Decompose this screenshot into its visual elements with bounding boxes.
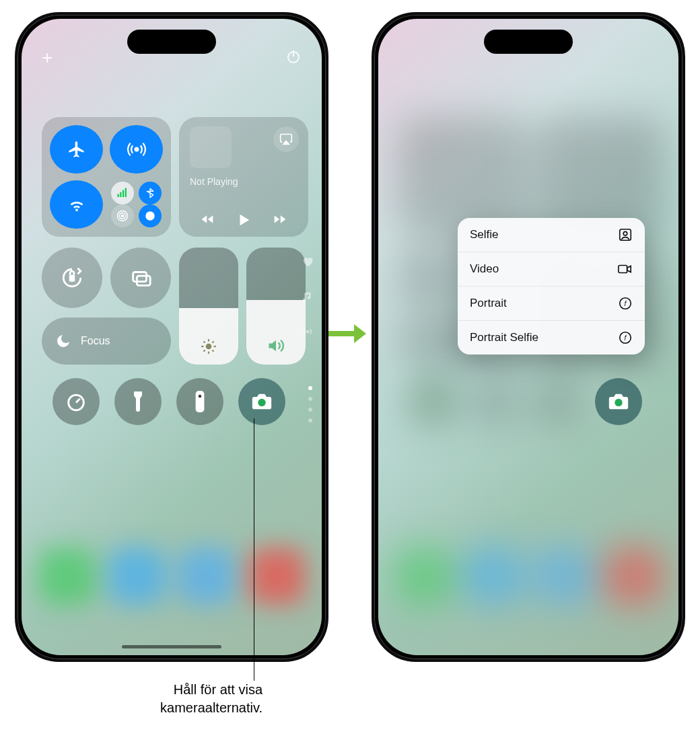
cellular-icon — [116, 187, 129, 199]
rotation-lock-button[interactable] — [42, 248, 102, 308]
svg-rect-6 — [125, 188, 127, 198]
side-button-vol-up — [15, 136, 18, 176]
airdrop-icon — [127, 140, 146, 159]
bluetooth-icon — [145, 188, 155, 198]
wifi-button[interactable] — [50, 180, 103, 229]
phone-frame-left: + — [15, 12, 328, 662]
menu-item-portrait[interactable]: Portrait f — [458, 287, 645, 321]
menu-item-label: Portrait Selfie — [470, 331, 538, 344]
svg-point-39 — [623, 231, 627, 235]
svg-rect-38 — [620, 229, 631, 241]
hotspot-button[interactable] — [111, 204, 134, 227]
airplay-icon — [279, 133, 293, 146]
svg-point-2 — [135, 148, 138, 151]
side-button-power — [682, 163, 685, 230]
play-button[interactable] — [236, 213, 251, 227]
speaker-icon — [267, 336, 285, 355]
power-icon[interactable] — [285, 48, 302, 65]
media-title: Not Playing — [190, 176, 298, 187]
svg-marker-16 — [281, 215, 286, 223]
svg-marker-11 — [283, 141, 289, 145]
svg-text:f: f — [625, 300, 627, 307]
screen-mirror-button[interactable] — [110, 248, 171, 308]
svg-marker-41 — [627, 266, 631, 272]
page-dot — [308, 408, 312, 412]
remote-icon — [195, 389, 205, 414]
svg-rect-17 — [69, 275, 75, 282]
menu-item-video[interactable]: Video — [458, 252, 645, 287]
dynamic-island — [484, 30, 573, 54]
music-icon — [302, 291, 314, 303]
media-artwork — [190, 126, 232, 168]
svg-marker-29 — [269, 340, 277, 351]
dynamic-island — [127, 30, 216, 54]
heart-icon — [302, 256, 314, 268]
svg-point-10 — [145, 211, 155, 221]
add-control-button[interactable]: + — [42, 47, 53, 69]
airdrop-button[interactable] — [110, 125, 163, 174]
focus-label: Focus — [81, 335, 110, 347]
svg-line-25 — [203, 341, 205, 342]
focus-button[interactable]: Focus — [42, 318, 171, 365]
callout-text: Håll för att visa kameraalternativ. — [88, 681, 262, 717]
camera-button[interactable] — [238, 378, 285, 425]
menu-item-portrait-selfie[interactable]: Portrait Selfie f — [458, 321, 645, 355]
media-playback-group[interactable]: Not Playing — [179, 117, 308, 237]
svg-rect-40 — [619, 266, 627, 273]
callout-line1: Håll för att visa — [174, 682, 262, 697]
svg-rect-5 — [123, 190, 124, 198]
side-button-vol-up — [372, 136, 374, 176]
airplane-mode-button[interactable] — [50, 125, 103, 174]
connectivity-subgroup[interactable] — [110, 180, 163, 229]
moon-icon — [55, 333, 71, 349]
satellite-button[interactable] — [139, 204, 162, 227]
svg-marker-37 — [354, 324, 366, 343]
menu-item-selfie[interactable]: Selfie — [458, 218, 645, 252]
rewind-button[interactable] — [199, 213, 216, 226]
brightness-slider[interactable] — [179, 248, 238, 365]
svg-marker-14 — [240, 215, 250, 226]
cellular-button[interactable] — [111, 182, 134, 204]
flashlight-icon — [132, 389, 144, 414]
video-icon — [617, 262, 633, 276]
svg-point-46 — [615, 399, 622, 406]
side-button-vol-down — [15, 186, 18, 227]
callout-leader-line — [254, 418, 254, 681]
camera-options-menu: Selfie Video Portrait f Portrait Selfie … — [458, 218, 645, 355]
svg-point-20 — [206, 344, 212, 350]
media-controls — [179, 213, 308, 227]
camera-button[interactable] — [595, 378, 642, 425]
home-indicator — [122, 645, 221, 648]
svg-line-32 — [76, 399, 80, 403]
aperture-f-icon: f — [618, 296, 633, 311]
svg-line-28 — [212, 341, 213, 342]
menu-item-label: Selfie — [470, 228, 499, 241]
airplane-icon — [67, 140, 86, 159]
screen-left: + — [22, 19, 322, 655]
timer-button[interactable] — [53, 378, 100, 425]
dock-blur — [22, 548, 322, 628]
page-side-icons — [302, 256, 314, 338]
camera-icon — [607, 390, 630, 413]
phone-frame-right: Selfie Video Portrait f Portrait Selfie … — [372, 12, 685, 662]
aperture-f-icon: f — [618, 330, 633, 345]
svg-point-30 — [307, 331, 309, 333]
svg-text:f: f — [625, 334, 627, 342]
flashlight-button[interactable] — [114, 378, 162, 425]
menu-item-label: Video — [470, 262, 499, 276]
side-button-action — [15, 96, 18, 118]
remote-button[interactable] — [176, 378, 223, 425]
camera-icon — [250, 390, 273, 413]
person-square-icon — [618, 227, 633, 242]
connectivity-group[interactable] — [42, 117, 171, 237]
airplay-button[interactable] — [273, 126, 299, 152]
antenna-icon — [302, 326, 314, 338]
volume-slider[interactable] — [246, 248, 306, 365]
brightness-fill — [179, 308, 238, 365]
svg-rect-4 — [120, 192, 121, 198]
forward-button[interactable] — [271, 213, 289, 226]
globe-icon — [144, 210, 156, 222]
page-dot — [308, 386, 312, 390]
bluetooth-button[interactable] — [139, 182, 162, 204]
svg-marker-15 — [275, 215, 280, 223]
